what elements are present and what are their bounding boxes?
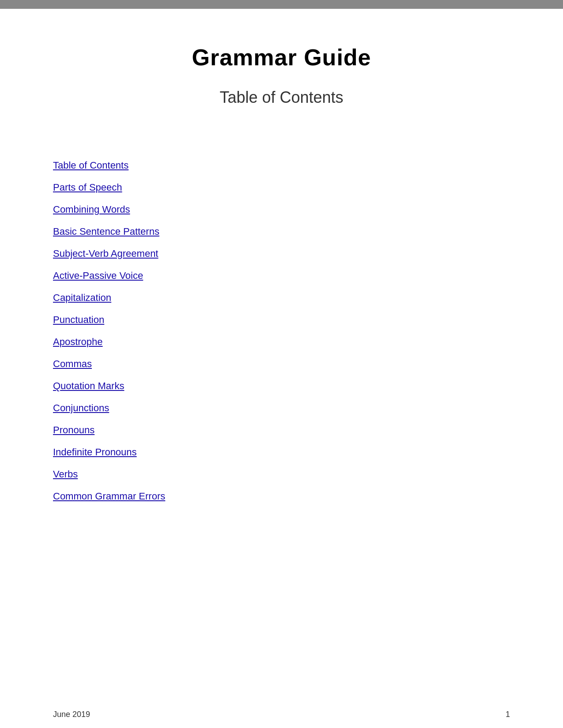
toc-list-item: Subject-Verb Agreement (53, 248, 510, 259)
toc-link-4[interactable]: Subject-Verb Agreement (53, 248, 158, 259)
toc-list-item: Table of Contents (53, 160, 510, 171)
toc-list-item: Apostrophe (53, 336, 510, 348)
toc-link-10[interactable]: Quotation Marks (53, 380, 124, 391)
toc-link-9[interactable]: Commas (53, 358, 92, 369)
toc-list-item: Quotation Marks (53, 380, 510, 392)
toc-list-item: Pronouns (53, 424, 510, 436)
toc-list-item: Parts of Speech (53, 182, 510, 193)
page-footer: June 2019 1 (53, 710, 510, 719)
toc-list-item: Active-Passive Voice (53, 270, 510, 281)
toc-list-item: Basic Sentence Patterns (53, 226, 510, 237)
toc-link-7[interactable]: Punctuation (53, 314, 104, 325)
toc-link-13[interactable]: Indefinite Pronouns (53, 447, 137, 458)
section-title: Table of Contents (53, 88, 510, 107)
toc-list-item: Common Grammar Errors (53, 491, 510, 502)
toc-list: Table of ContentsParts of SpeechCombinin… (53, 160, 510, 513)
toc-list-item: Verbs (53, 469, 510, 480)
toc-link-8[interactable]: Apostrophe (53, 336, 103, 347)
page-header: Grammar Guide Table of Contents (53, 44, 510, 133)
toc-list-item: Indefinite Pronouns (53, 447, 510, 458)
toc-list-item: Conjunctions (53, 402, 510, 414)
toc-link-11[interactable]: Conjunctions (53, 402, 109, 413)
toc-link-2[interactable]: Combining Words (53, 204, 130, 215)
toc-list-item: Commas (53, 358, 510, 370)
toc-list-item: Punctuation (53, 314, 510, 326)
toc-link-6[interactable]: Capitalization (53, 292, 111, 303)
toc-link-0[interactable]: Table of Contents (53, 160, 128, 171)
main-title: Grammar Guide (53, 44, 510, 71)
toc-link-12[interactable]: Pronouns (53, 424, 94, 435)
toc-link-3[interactable]: Basic Sentence Patterns (53, 226, 159, 237)
toc-link-15[interactable]: Common Grammar Errors (53, 491, 165, 502)
toc-link-14[interactable]: Verbs (53, 469, 78, 480)
toc-list-item: Combining Words (53, 204, 510, 215)
toc-link-1[interactable]: Parts of Speech (53, 182, 122, 193)
page: Grammar Guide Table of Contents Table of… (0, 9, 563, 728)
toc-link-5[interactable]: Active-Passive Voice (53, 270, 143, 281)
footer-page-number: 1 (506, 710, 510, 719)
toc-list-item: Capitalization (53, 292, 510, 304)
footer-date: June 2019 (53, 710, 90, 719)
